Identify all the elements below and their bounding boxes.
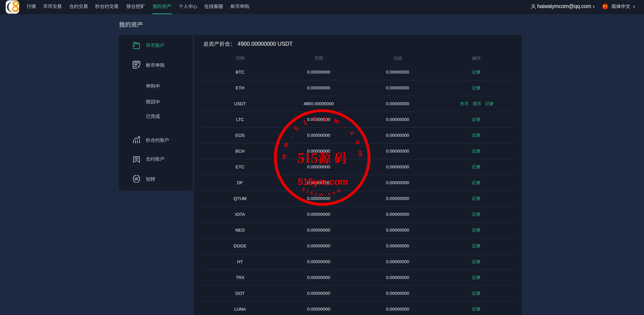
svg-text:515ym.com: 515ym.com bbox=[298, 176, 348, 187]
svg-text:515ym.com: 515ym.com bbox=[301, 187, 343, 197]
